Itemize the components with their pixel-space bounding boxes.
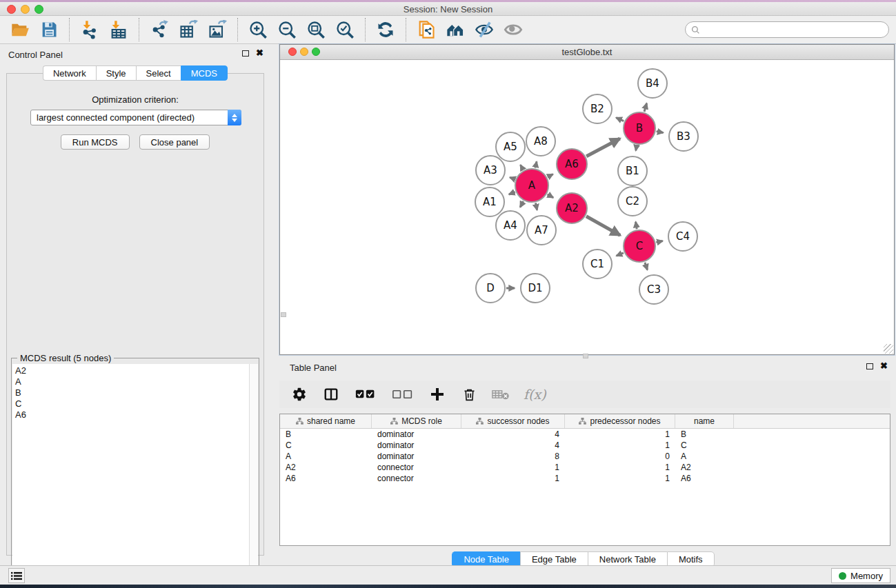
cell-successor-nodes[interactable]: 1 xyxy=(461,462,565,473)
edge-A-A8[interactable] xyxy=(535,161,537,168)
edge-C-C3[interactable] xyxy=(645,263,648,270)
network-view-window[interactable]: testGlobe.txt B4B2BB3A8A5A6A3B1AA1C2A2A4… xyxy=(279,44,895,355)
column-header-name[interactable]: name xyxy=(675,414,734,428)
run-mcds-button[interactable]: Run MCDS xyxy=(61,134,130,150)
edge-A2-C[interactable] xyxy=(586,216,620,236)
hide-selected-icon[interactable] xyxy=(474,19,495,40)
float-panel-icon[interactable] xyxy=(866,363,873,369)
table-row[interactable]: Cdominator41C xyxy=(280,440,890,451)
graph-node-C3[interactable]: C3 xyxy=(639,275,668,304)
refresh-icon[interactable] xyxy=(375,19,396,40)
result-item[interactable]: C xyxy=(15,398,246,409)
zoom-fit-icon[interactable] xyxy=(306,19,326,40)
graph-node-D1[interactable]: D1 xyxy=(521,274,550,303)
result-item[interactable]: A2 xyxy=(15,365,246,376)
criterion-dropdown[interactable]: largest connected component (directed) xyxy=(30,110,241,125)
select-all-checks-icon[interactable] xyxy=(354,385,377,403)
column-header-shared-name[interactable]: shared name xyxy=(280,414,372,428)
network-window-titlebar[interactable]: testGlobe.txt xyxy=(280,45,894,60)
table-row[interactable]: Bdominator41B xyxy=(280,429,890,440)
result-item[interactable]: A6 xyxy=(15,409,246,420)
graph-node-B3[interactable]: B3 xyxy=(669,122,698,151)
save-session-icon[interactable] xyxy=(39,19,59,40)
cell-shared-name[interactable]: A2 xyxy=(280,462,372,473)
memory-button[interactable]: Memory xyxy=(831,568,890,583)
import-network-icon[interactable] xyxy=(79,19,100,40)
edge-A-A4[interactable] xyxy=(520,201,524,207)
settings-gear-icon[interactable] xyxy=(290,385,308,403)
float-panel-icon[interactable] xyxy=(242,50,249,57)
graph-node-A6[interactable]: A6 xyxy=(557,149,587,179)
close-panel-icon[interactable]: ✖ xyxy=(880,363,888,369)
column-visibility-icon[interactable] xyxy=(322,385,340,403)
network-canvas[interactable]: B4B2BB3A8A5A6A3B1AA1C2A2A4A7C4CC1C3DD1 xyxy=(280,60,894,354)
add-column-icon[interactable] xyxy=(428,385,446,403)
edge-A-A7[interactable] xyxy=(535,203,537,210)
import-table-icon[interactable] xyxy=(108,19,129,40)
edge-B-B3[interactable] xyxy=(657,132,664,133)
cell-name[interactable]: A2 xyxy=(675,462,734,473)
search-input[interactable] xyxy=(700,23,888,37)
graph-node-A[interactable]: A xyxy=(515,169,548,202)
function-builder-icon[interactable]: f(x) xyxy=(524,387,546,402)
cell-MCDS-role[interactable]: dominator xyxy=(372,440,461,451)
graph-node-A1[interactable]: A1 xyxy=(475,187,504,216)
cell-predecessor-nodes[interactable]: 1 xyxy=(565,429,675,440)
edge-C-C1[interactable] xyxy=(617,253,624,256)
close-panel-icon[interactable]: ✖ xyxy=(256,50,263,57)
tab-network[interactable]: Network xyxy=(43,65,96,81)
zoom-out-icon[interactable] xyxy=(277,19,297,40)
edge-C-C2[interactable] xyxy=(636,222,637,230)
window-resize-grip[interactable] xyxy=(884,344,893,354)
column-header-successor-nodes[interactable]: successor nodes xyxy=(461,414,565,428)
mcds-result-list[interactable]: A2ABCA6 xyxy=(12,364,249,588)
edge-A-A6[interactable] xyxy=(548,174,553,177)
cell-successor-nodes[interactable]: 4 xyxy=(461,429,565,440)
splitter-grip[interactable] xyxy=(281,312,286,317)
graph-node-B4[interactable]: B4 xyxy=(638,69,667,98)
cell-predecessor-nodes[interactable]: 1 xyxy=(565,440,675,451)
export-network-icon[interactable] xyxy=(149,19,170,40)
graph-node-D[interactable]: D xyxy=(476,274,505,303)
zoom-in-icon[interactable] xyxy=(248,19,268,40)
graph-node-B1[interactable]: B1 xyxy=(618,156,647,185)
deselect-all-checks-icon[interactable] xyxy=(391,385,415,403)
graph-node-A8[interactable]: A8 xyxy=(526,127,555,156)
table-row[interactable]: A6connector11A6 xyxy=(280,473,890,484)
splitter-grip[interactable] xyxy=(583,354,588,358)
delete-table-icon[interactable] xyxy=(492,385,510,403)
result-scrollbar[interactable] xyxy=(249,364,258,588)
edge-A6-B[interactable] xyxy=(586,139,620,156)
export-table-icon[interactable] xyxy=(178,19,199,40)
network-graph[interactable]: B4B2BB3A8A5A6A3B1AA1C2A2A4A7C4CC1C3DD1 xyxy=(280,60,894,354)
graph-node-C1[interactable]: C1 xyxy=(583,250,612,278)
task-history-button[interactable] xyxy=(8,568,25,583)
result-item[interactable]: B xyxy=(15,387,246,398)
main-titlebar[interactable]: Session: New Session xyxy=(0,2,896,16)
cell-predecessor-nodes[interactable]: 1 xyxy=(565,473,675,484)
edge-A-A5[interactable] xyxy=(521,165,524,170)
cell-predecessor-nodes[interactable]: 1 xyxy=(565,462,675,473)
graph-node-A4[interactable]: A4 xyxy=(496,211,525,240)
cell-predecessor-nodes[interactable]: 0 xyxy=(565,451,675,462)
graph-node-B2[interactable]: B2 xyxy=(583,94,612,123)
cell-name[interactable]: C xyxy=(675,440,734,451)
table-row[interactable]: Adominator80A xyxy=(280,451,890,462)
edge-B-B2[interactable] xyxy=(616,118,624,121)
cell-successor-nodes[interactable]: 8 xyxy=(461,451,565,462)
cell-shared-name[interactable]: C xyxy=(280,440,372,451)
cell-shared-name[interactable]: A6 xyxy=(280,473,372,484)
cell-MCDS-role[interactable]: dominator xyxy=(372,451,461,462)
first-neighbors-icon[interactable] xyxy=(445,19,466,40)
graph-node-A2[interactable]: A2 xyxy=(557,193,587,223)
tab-select[interactable]: Select xyxy=(136,65,181,81)
edge-A-A1[interactable] xyxy=(509,192,515,194)
edge-B-B1[interactable] xyxy=(636,145,637,151)
graph-node-A3[interactable]: A3 xyxy=(476,156,505,185)
edge-A-A2[interactable] xyxy=(548,194,553,198)
tab-style[interactable]: Style xyxy=(96,65,136,81)
open-file-icon[interactable] xyxy=(10,19,30,40)
graph-node-A5[interactable]: A5 xyxy=(496,132,525,161)
delete-column-icon[interactable] xyxy=(460,385,478,403)
graph-node-C[interactable]: C xyxy=(624,230,655,262)
